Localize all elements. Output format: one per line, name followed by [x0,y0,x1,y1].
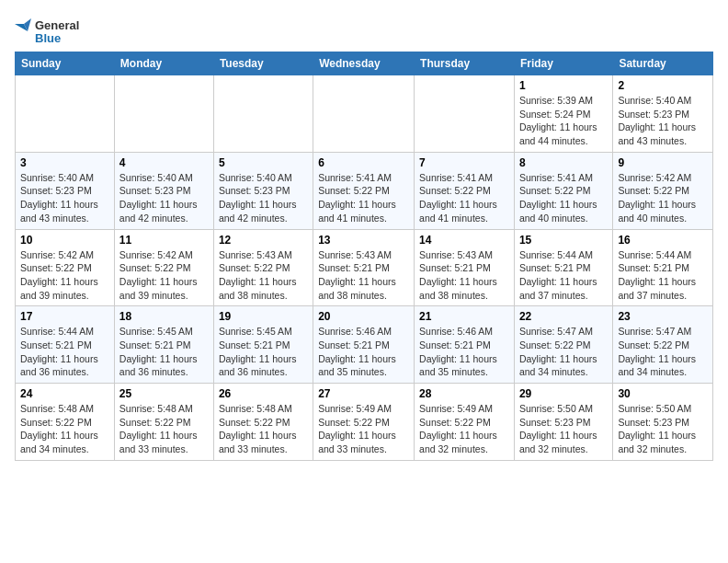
calendar-cell: 9Sunrise: 5:42 AM Sunset: 5:22 PM Daylig… [613,152,713,229]
day-number: 20 [318,310,409,323]
calendar-cell: 29Sunrise: 5:50 AM Sunset: 5:23 PM Dayli… [514,384,612,461]
day-info: Sunrise: 5:46 AM Sunset: 5:21 PM Dayligh… [419,325,509,379]
calendar-cell: 30Sunrise: 5:50 AM Sunset: 5:23 PM Dayli… [613,384,713,461]
day-info: Sunrise: 5:41 AM Sunset: 5:22 PM Dayligh… [419,171,509,225]
day-info: Sunrise: 5:42 AM Sunset: 5:22 PM Dayligh… [119,248,209,303]
day-number: 22 [519,310,608,323]
day-info: Sunrise: 5:39 AM Sunset: 5:24 PM Dayligh… [519,94,608,148]
day-number: 2 [618,79,708,92]
calendar-cell [114,75,213,153]
weekday-header-tuesday: Tuesday [213,52,313,75]
day-info: Sunrise: 5:43 AM Sunset: 5:22 PM Dayligh… [219,248,308,303]
calendar-week-0: 1Sunrise: 5:39 AM Sunset: 5:24 PM Daylig… [16,75,713,153]
day-info: Sunrise: 5:47 AM Sunset: 5:22 PM Dayligh… [519,325,608,379]
day-number: 25 [119,387,209,400]
day-number: 5 [219,156,308,169]
day-info: Sunrise: 5:49 AM Sunset: 5:22 PM Dayligh… [419,402,509,456]
day-info: Sunrise: 5:44 AM Sunset: 5:21 PM Dayligh… [618,248,708,303]
day-info: Sunrise: 5:49 AM Sunset: 5:22 PM Dayligh… [318,402,409,456]
day-number: 9 [618,156,708,169]
day-info: Sunrise: 5:43 AM Sunset: 5:21 PM Dayligh… [419,248,509,303]
day-info: Sunrise: 5:41 AM Sunset: 5:22 PM Dayligh… [519,171,608,225]
day-info: Sunrise: 5:47 AM Sunset: 5:22 PM Dayligh… [618,325,708,379]
page-header: GeneralBlue [15,15,713,48]
day-info: Sunrise: 5:40 AM Sunset: 5:23 PM Dayligh… [219,171,308,225]
calendar-cell: 27Sunrise: 5:49 AM Sunset: 5:22 PM Dayli… [313,384,415,461]
calendar-cell [313,75,415,153]
calendar-cell: 18Sunrise: 5:45 AM Sunset: 5:21 PM Dayli… [114,306,213,384]
calendar-cell: 15Sunrise: 5:44 AM Sunset: 5:21 PM Dayli… [514,229,612,306]
calendar-week-1: 3Sunrise: 5:40 AM Sunset: 5:23 PM Daylig… [16,152,713,229]
weekday-header-row: SundayMondayTuesdayWednesdayThursdayFrid… [16,52,713,75]
weekday-header-wednesday: Wednesday [313,52,415,75]
day-number: 4 [119,156,209,169]
logo: GeneralBlue [15,15,88,48]
day-number: 26 [219,387,308,400]
calendar-cell [213,75,313,153]
calendar-cell: 16Sunrise: 5:44 AM Sunset: 5:21 PM Dayli… [613,229,713,306]
calendar-cell: 26Sunrise: 5:48 AM Sunset: 5:22 PM Dayli… [213,384,313,461]
calendar-cell: 23Sunrise: 5:47 AM Sunset: 5:22 PM Dayli… [613,306,713,384]
calendar-cell: 2Sunrise: 5:40 AM Sunset: 5:23 PM Daylig… [613,75,713,153]
calendar-week-2: 10Sunrise: 5:42 AM Sunset: 5:22 PM Dayli… [16,229,713,306]
calendar-cell: 20Sunrise: 5:46 AM Sunset: 5:21 PM Dayli… [313,306,415,384]
day-info: Sunrise: 5:44 AM Sunset: 5:21 PM Dayligh… [20,325,109,379]
calendar-cell: 13Sunrise: 5:43 AM Sunset: 5:21 PM Dayli… [313,229,415,306]
logo-icon: GeneralBlue [15,15,88,48]
day-number: 16 [618,234,708,247]
day-info: Sunrise: 5:45 AM Sunset: 5:21 PM Dayligh… [219,325,308,379]
day-number: 29 [519,387,608,400]
day-number: 10 [20,234,109,247]
day-info: Sunrise: 5:45 AM Sunset: 5:21 PM Dayligh… [119,325,209,379]
calendar-cell: 28Sunrise: 5:49 AM Sunset: 5:22 PM Dayli… [415,384,515,461]
day-info: Sunrise: 5:40 AM Sunset: 5:23 PM Dayligh… [119,171,209,225]
day-number: 13 [318,234,409,247]
calendar-cell: 14Sunrise: 5:43 AM Sunset: 5:21 PM Dayli… [415,229,515,306]
day-info: Sunrise: 5:46 AM Sunset: 5:21 PM Dayligh… [318,325,409,379]
calendar-cell: 4Sunrise: 5:40 AM Sunset: 5:23 PM Daylig… [114,152,213,229]
day-number: 6 [318,156,409,169]
day-number: 19 [219,310,308,323]
day-number: 12 [219,234,308,247]
day-info: Sunrise: 5:40 AM Sunset: 5:23 PM Dayligh… [618,94,708,148]
day-number: 17 [20,310,109,323]
day-info: Sunrise: 5:41 AM Sunset: 5:22 PM Dayligh… [318,171,409,225]
calendar-cell [415,75,515,153]
calendar-cell: 6Sunrise: 5:41 AM Sunset: 5:22 PM Daylig… [313,152,415,229]
calendar-cell: 24Sunrise: 5:48 AM Sunset: 5:22 PM Dayli… [16,384,115,461]
day-info: Sunrise: 5:50 AM Sunset: 5:23 PM Dayligh… [618,402,708,456]
day-info: Sunrise: 5:40 AM Sunset: 5:23 PM Dayligh… [20,171,109,225]
day-number: 21 [419,310,509,323]
day-info: Sunrise: 5:43 AM Sunset: 5:21 PM Dayligh… [318,248,409,303]
calendar-week-3: 17Sunrise: 5:44 AM Sunset: 5:21 PM Dayli… [16,306,713,384]
day-number: 18 [119,310,209,323]
day-number: 8 [519,156,608,169]
day-info: Sunrise: 5:50 AM Sunset: 5:23 PM Dayligh… [519,402,608,456]
day-info: Sunrise: 5:42 AM Sunset: 5:22 PM Dayligh… [20,248,109,303]
day-number: 27 [318,387,409,400]
calendar-cell: 8Sunrise: 5:41 AM Sunset: 5:22 PM Daylig… [514,152,612,229]
calendar-table: SundayMondayTuesdayWednesdayThursdayFrid… [15,52,713,461]
calendar-cell: 12Sunrise: 5:43 AM Sunset: 5:22 PM Dayli… [213,229,313,306]
day-info: Sunrise: 5:48 AM Sunset: 5:22 PM Dayligh… [119,402,209,456]
calendar-cell: 17Sunrise: 5:44 AM Sunset: 5:21 PM Dayli… [16,306,115,384]
calendar-cell: 7Sunrise: 5:41 AM Sunset: 5:22 PM Daylig… [415,152,515,229]
day-info: Sunrise: 5:42 AM Sunset: 5:22 PM Dayligh… [618,171,708,225]
weekday-header-friday: Friday [514,52,612,75]
day-info: Sunrise: 5:48 AM Sunset: 5:22 PM Dayligh… [219,402,308,456]
day-info: Sunrise: 5:44 AM Sunset: 5:21 PM Dayligh… [519,248,608,303]
day-number: 1 [519,79,608,92]
day-number: 7 [419,156,509,169]
calendar-cell [16,75,115,153]
calendar-cell: 22Sunrise: 5:47 AM Sunset: 5:22 PM Dayli… [514,306,612,384]
calendar-week-4: 24Sunrise: 5:48 AM Sunset: 5:22 PM Dayli… [16,384,713,461]
weekday-header-monday: Monday [114,52,213,75]
day-number: 14 [419,234,509,247]
weekday-header-sunday: Sunday [16,52,115,75]
svg-text:General: General [35,18,79,32]
day-number: 30 [618,387,708,400]
day-number: 3 [20,156,109,169]
calendar-cell: 5Sunrise: 5:40 AM Sunset: 5:23 PM Daylig… [213,152,313,229]
day-info: Sunrise: 5:48 AM Sunset: 5:22 PM Dayligh… [20,402,109,456]
svg-text:Blue: Blue [35,31,61,45]
